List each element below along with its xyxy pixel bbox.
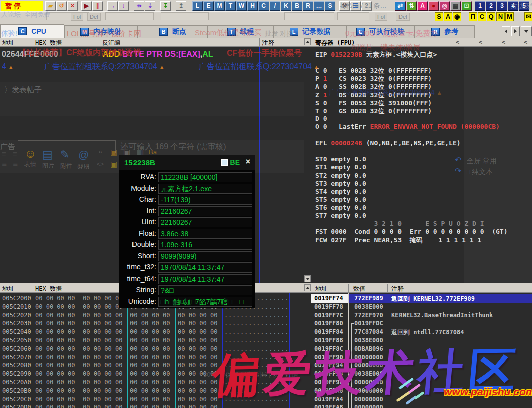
tab-断点[interactable]: B断点 <box>138 25 208 38</box>
toolbar-input[interactable] <box>337 12 369 20</box>
scroll-up-icon[interactable] <box>304 38 311 45</box>
dump-row[interactable]: 005C209000 00 00 0000 00 00 0000 00 00 0… <box>0 370 311 378</box>
window-4-button[interactable]: 4 <box>508 1 518 11</box>
register-line[interactable]: EFL 00000246 (NO,NB,E,BE,NS,PE,GE,LE) <box>315 139 461 147</box>
stack-row[interactable]: 0019FF8477C87084返回到 ntdll.77C87084 <box>311 328 532 336</box>
tab-CPU[interactable]: CCPU <box>0 24 64 38</box>
animate-over-button[interactable]: ⇣ <box>145 1 155 11</box>
execute-till-return-button[interactable]: ↧ <box>160 1 171 11</box>
toolbar-input[interactable] <box>161 12 209 20</box>
fol-del-button[interactable]: Fol <box>71 13 83 21</box>
view-executables-button[interactable]: E <box>203 1 214 11</box>
run-button[interactable]: ▶ <box>81 1 92 11</box>
scroll-down-icon[interactable] <box>304 275 311 282</box>
popup-field-value[interactable]: 112238B [400000] <box>158 172 252 182</box>
fol-del-button[interactable]: Fol <box>375 13 387 21</box>
q-plugin-button[interactable]: Q <box>487 12 495 21</box>
stack-row[interactable]: 0019FF7C772EF970KERNEL32.BaseThreadInitT… <box>311 311 532 320</box>
n-plugin-button[interactable]: N <box>496 12 505 21</box>
fol-del-button[interactable]: Del <box>396 13 410 21</box>
assembler-button[interactable]: A <box>417 1 428 11</box>
updown-button[interactable]: ⇅ <box>406 1 417 11</box>
record-button[interactable]: ● <box>428 1 439 11</box>
dump-row[interactable]: 005C207000 00 00 0000 00 00 0000 00 00 0… <box>0 353 311 362</box>
hex-dump-pane[interactable]: 005C200000 00 00 0000 00 00 0000 00 00 0… <box>0 293 311 408</box>
view-handles-button[interactable]: H <box>247 1 258 11</box>
popup-titlebar[interactable]: 152238B BE × <box>119 155 255 170</box>
tab-记录数据[interactable]: L记录数据 <box>274 25 346 38</box>
pi-button[interactable]: П <box>469 12 477 21</box>
popup-field-value[interactable]: ?&□ <box>158 285 252 295</box>
view-windows-button[interactable]: W <box>236 1 247 11</box>
view-source-button[interactable]: S <box>325 1 335 11</box>
close-icon[interactable]: × <box>246 157 250 166</box>
tab-next-icon[interactable] <box>511 26 520 36</box>
popup-field-value[interactable]: 3.86e-38 <box>158 229 252 239</box>
toolbar-input[interactable] <box>284 12 334 20</box>
dump-scroll-up-icon[interactable] <box>304 284 311 291</box>
options-button[interactable]: ⚒ <box>339 1 350 11</box>
toolbar-input[interactable] <box>105 12 154 20</box>
exchange-button[interactable]: ⇄ <box>395 1 406 11</box>
register-line[interactable]: ST7 empty 0.0 <box>315 212 366 219</box>
popup-field-value[interactable]: 22160267 <box>158 217 252 227</box>
script-s-button[interactable]: S <box>435 12 443 21</box>
register-line[interactable]: ST0 empty 0.0 <box>315 155 366 163</box>
stack-row[interactable]: 0019FF800019FFDC <box>311 319 532 328</box>
dump-row[interactable]: 005C20A000 00 00 0000 00 00 0000 00 00 0… <box>0 378 311 387</box>
collapse-chevron-icon[interactable]: < <box>524 39 527 46</box>
stack-row[interactable]: 0019FF9000000000 <box>311 353 532 362</box>
register-line[interactable]: ST2 empty 0.0 <box>315 172 366 179</box>
tab-参考[interactable]: R参考 <box>415 25 475 38</box>
mail-button[interactable]: ✉ <box>524 12 532 21</box>
restart-button[interactable]: ↺ <box>56 1 67 11</box>
disassembly-row[interactable]: 02644FFE0000ADD BYTE PTR DS:[EAX],AL <box>0 49 311 58</box>
stack-pane[interactable]: 0019FF74772EF989返回到 KERNEL32.772EF989001… <box>311 293 532 408</box>
dump-row[interactable]: 005C203000 00 00 0000 00 00 0000 00 00 0… <box>0 319 311 328</box>
stack-row[interactable]: 0019FF74772EF989返回到 KERNEL32.772EF989 <box>311 294 532 303</box>
memory-grid-button[interactable]: ▦ <box>450 1 461 11</box>
c-plugin-button[interactable]: C <box>478 12 486 21</box>
register-line[interactable]: T 0 GS 002B 32位 0(FFFFFFFF) <box>315 107 432 116</box>
step-into-button[interactable]: → <box>107 1 118 11</box>
view-log-button[interactable]: L <box>192 1 203 11</box>
m-plugin-button[interactable]: M <box>505 12 514 21</box>
stack-row[interactable]: 0019FFA800000000 <box>311 403 532 408</box>
tab-线程[interactable]: T线程 <box>208 25 274 38</box>
popup-field-value[interactable]: 元素方框2.1.exe <box>158 184 252 194</box>
register-line[interactable]: ST1 empty 0.0 <box>315 163 366 171</box>
pause-button[interactable]: ∥ <box>92 1 103 11</box>
collapse-chevron-icon[interactable]: < <box>502 39 505 46</box>
stack-row[interactable]: 0019FF8C0DBAB096 <box>311 345 532 353</box>
stack-row[interactable]: 0019FF880038E000 <box>311 336 532 345</box>
dump-row[interactable]: 005C208000 00 00 0000 00 00 0000 00 00 0… <box>0 361 311 370</box>
popup-field-value[interactable]: □h□触u頻□7餡7鶣7瞎□ □ <box>158 297 252 307</box>
dump-row[interactable]: 005C202000 00 00 0000 00 00 0000 00 00 0… <box>0 311 311 320</box>
register-line[interactable]: FST 0000 Cond 0 0 0 0 Err 0 0 0 0 0 0 0 … <box>315 228 508 235</box>
stack-row[interactable]: 0019FFA400000000 <box>311 395 532 404</box>
animate-into-button[interactable]: ⇻ <box>134 1 144 11</box>
popup-field-value[interactable]: 22160267 <box>158 206 252 216</box>
view-patches-button[interactable]: / <box>270 1 280 11</box>
open-file-button[interactable]: ▰ <box>45 1 56 11</box>
register-line[interactable]: D 0 <box>315 115 327 122</box>
help-button[interactable]: ? <box>361 1 372 11</box>
dump-row[interactable]: 005C206000 00 00 0000 00 00 0000 00 00 0… <box>0 345 311 353</box>
stack-row[interactable]: 0019FF9C00000000 <box>311 378 532 387</box>
register-line[interactable]: FCW 027F Prec NEAR,53 掩码 1 1 1 1 1 1 <box>315 236 481 245</box>
view-breakpoints-button[interactable]: B <box>292 1 302 11</box>
dump-row[interactable]: 005C205000 00 00 0000 00 00 0000 00 00 0… <box>0 336 311 345</box>
view-trace-button[interactable]: … <box>314 1 324 11</box>
close-button[interactable]: × <box>67 1 78 11</box>
view-memory-button[interactable]: M <box>214 1 225 11</box>
window-3-button[interactable]: 3 <box>497 1 507 11</box>
view-cpu-button[interactable]: C <box>258 1 269 11</box>
popup-field-value[interactable]: 1.09e-316 <box>158 240 252 250</box>
stack-row[interactable]: 0019FFA000000000 <box>311 387 532 395</box>
dump-row[interactable]: 005C20B000 00 00 0000 00 00 0000 00 00 0… <box>0 387 311 395</box>
dump-row[interactable]: 005C20C000 00 00 0000 00 00 0000 00 00 0… <box>0 395 311 404</box>
appearance-button[interactable]: ☰ <box>350 1 361 11</box>
stack-row[interactable]: 0019FF980038E000 <box>311 370 532 378</box>
window-1-button[interactable]: 1 <box>475 1 485 11</box>
register-line[interactable]: ST3 empty 0.0 <box>315 180 366 187</box>
